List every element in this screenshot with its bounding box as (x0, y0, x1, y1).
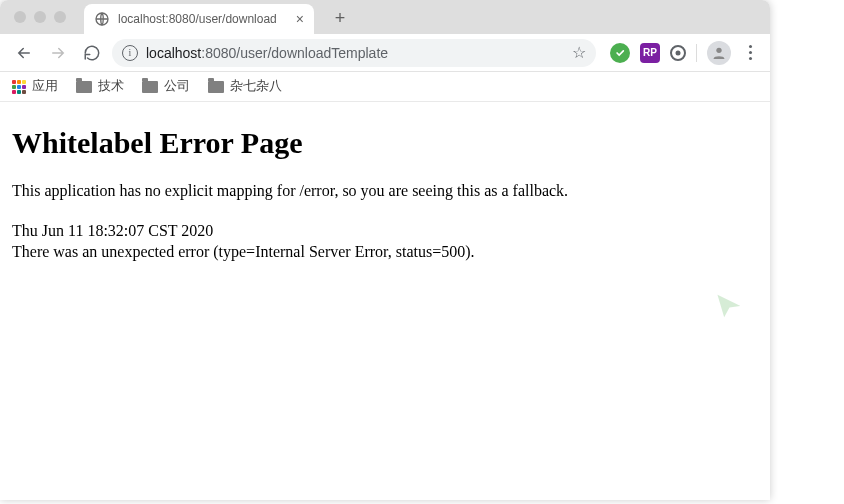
apps-label: 应用 (32, 78, 58, 95)
traffic-lights (14, 11, 66, 23)
address-bar[interactable]: i localhost:8080/user/downloadTemplate ☆ (112, 39, 596, 67)
url-path: :8080/user/downloadTemplate (201, 45, 388, 61)
browser-tab[interactable]: localhost:8080/user/download × (84, 4, 314, 34)
bookmark-star-icon[interactable]: ☆ (572, 43, 586, 62)
toolbar: i localhost:8080/user/downloadTemplate ☆… (0, 34, 770, 72)
folder-icon (76, 81, 92, 93)
reload-button[interactable] (78, 39, 106, 67)
extension-icon-green-check[interactable] (610, 43, 630, 63)
bookmarks-bar: 应用 技术 公司 杂七杂八 (0, 72, 770, 102)
titlebar: localhost:8080/user/download × + (0, 0, 770, 34)
new-tab-button[interactable]: + (326, 4, 354, 32)
maximize-window-button[interactable] (54, 11, 66, 23)
tab-title: localhost:8080/user/download (118, 12, 288, 26)
forward-button[interactable] (44, 39, 72, 67)
svg-point-1 (716, 47, 721, 52)
watermark-icon (712, 293, 740, 325)
bookmark-folder-company[interactable]: 公司 (142, 78, 190, 95)
error-fallback-message: This application has no explicit mapping… (12, 180, 758, 202)
page-title: Whitelabel Error Page (12, 126, 758, 160)
bookmark-label: 技术 (98, 78, 124, 95)
extension-icon-purple[interactable]: RP (640, 43, 660, 63)
apps-shortcut[interactable]: 应用 (12, 78, 58, 95)
close-window-button[interactable] (14, 11, 26, 23)
profile-avatar[interactable] (707, 41, 731, 65)
toolbar-divider (696, 44, 697, 62)
error-timestamp: Thu Jun 11 18:32:07 CST 2020 (12, 220, 758, 242)
bookmark-folder-tech[interactable]: 技术 (76, 78, 124, 95)
site-info-icon[interactable]: i (122, 45, 138, 61)
error-detail: There was an unexpected error (type=Inte… (12, 241, 758, 263)
close-tab-icon[interactable]: × (296, 11, 304, 27)
extension-icon-ring[interactable] (670, 45, 686, 61)
page-content: Whitelabel Error Page This application h… (0, 102, 770, 275)
back-button[interactable] (10, 39, 38, 67)
browser-window: localhost:8080/user/download × + i local… (0, 0, 770, 500)
folder-icon (208, 81, 224, 93)
minimize-window-button[interactable] (34, 11, 46, 23)
apps-grid-icon (12, 80, 26, 94)
globe-icon (94, 11, 110, 27)
url-text: localhost:8080/user/downloadTemplate (146, 45, 564, 61)
browser-menu-button[interactable] (741, 41, 760, 64)
extension-icons: RP (610, 41, 760, 65)
bookmark-folder-misc[interactable]: 杂七杂八 (208, 78, 282, 95)
url-host: localhost (146, 45, 201, 61)
bookmark-label: 杂七杂八 (230, 78, 282, 95)
folder-icon (142, 81, 158, 93)
bookmark-label: 公司 (164, 78, 190, 95)
